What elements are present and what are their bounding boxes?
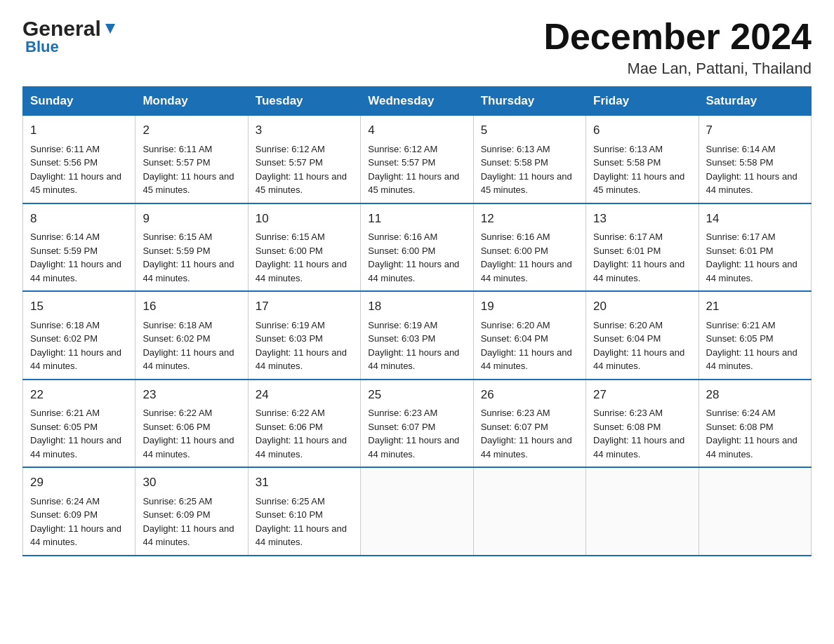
sunset-label: Sunset: 6:06 PM (256, 422, 323, 432)
daylight-label: Daylight: 11 hours and 45 minutes. (593, 171, 684, 196)
day-number: 11 (368, 210, 465, 228)
sunset-label: Sunset: 6:10 PM (256, 509, 323, 520)
daylight-label: Daylight: 11 hours and 45 minutes. (30, 171, 121, 196)
calendar-cell: 20 Sunrise: 6:20 AM Sunset: 6:04 PM Dayl… (586, 291, 699, 380)
sunrise-label: Sunrise: 6:19 AM (368, 320, 437, 330)
calendar-cell: 31 Sunrise: 6:25 AM Sunset: 6:10 PM Dayl… (248, 467, 360, 556)
sunrise-label: Sunrise: 6:23 AM (368, 408, 437, 418)
sunrise-label: Sunrise: 6:16 AM (368, 232, 437, 242)
sunrise-label: Sunrise: 6:15 AM (143, 232, 212, 242)
sunset-label: Sunset: 6:00 PM (481, 246, 548, 256)
daylight-label: Daylight: 11 hours and 45 minutes. (481, 171, 572, 196)
col-header-monday: Monday (135, 87, 248, 116)
day-number: 13 (593, 210, 691, 228)
sunset-label: Sunset: 5:57 PM (256, 157, 323, 168)
calendar-table: Sunday Monday Tuesday Wednesday Thursday… (22, 86, 812, 556)
sunset-label: Sunset: 5:57 PM (368, 157, 435, 168)
location: Mae Lan, Pattani, Thailand (543, 60, 812, 78)
logo-arrow-icon (102, 21, 118, 36)
day-number: 6 (593, 121, 691, 140)
calendar-cell: 15 Sunrise: 6:18 AM Sunset: 6:02 PM Dayl… (23, 291, 135, 380)
col-header-tuesday: Tuesday (248, 87, 360, 116)
day-number: 29 (30, 474, 128, 492)
col-header-thursday: Thursday (473, 87, 585, 116)
calendar-cell: 19 Sunrise: 6:20 AM Sunset: 6:04 PM Dayl… (473, 291, 585, 380)
calendar-cell: 22 Sunrise: 6:21 AM Sunset: 6:05 PM Dayl… (23, 380, 135, 468)
day-number: 3 (256, 121, 353, 140)
calendar-cell: 18 Sunrise: 6:19 AM Sunset: 6:03 PM Dayl… (361, 291, 473, 380)
sunrise-label: Sunrise: 6:14 AM (706, 144, 776, 154)
daylight-label: Daylight: 11 hours and 44 minutes. (481, 347, 572, 372)
sunset-label: Sunset: 5:57 PM (143, 157, 210, 168)
day-number: 31 (256, 474, 353, 492)
daylight-label: Daylight: 11 hours and 44 minutes. (256, 523, 347, 548)
sunset-label: Sunset: 5:58 PM (593, 157, 661, 168)
daylight-label: Daylight: 11 hours and 44 minutes. (368, 435, 459, 459)
sunrise-label: Sunrise: 6:25 AM (256, 496, 325, 507)
calendar-cell: 13 Sunrise: 6:17 AM Sunset: 6:01 PM Dayl… (586, 203, 699, 292)
daylight-label: Daylight: 11 hours and 44 minutes. (368, 347, 459, 372)
sunset-label: Sunset: 6:07 PM (481, 422, 548, 432)
calendar-cell: 5 Sunrise: 6:13 AM Sunset: 5:58 PM Dayli… (473, 116, 585, 203)
daylight-label: Daylight: 11 hours and 45 minutes. (368, 171, 459, 196)
calendar-cell: 9 Sunrise: 6:15 AM Sunset: 5:59 PM Dayli… (135, 203, 248, 292)
col-header-wednesday: Wednesday (361, 87, 473, 116)
sunrise-label: Sunrise: 6:17 AM (593, 232, 663, 242)
daylight-label: Daylight: 11 hours and 44 minutes. (30, 347, 121, 372)
calendar-cell: 2 Sunrise: 6:11 AM Sunset: 5:57 PM Dayli… (135, 116, 248, 203)
day-number: 9 (143, 210, 240, 228)
sunrise-label: Sunrise: 6:11 AM (143, 144, 212, 154)
sunset-label: Sunset: 6:09 PM (143, 509, 210, 520)
daylight-label: Daylight: 11 hours and 44 minutes. (30, 523, 121, 548)
day-number: 24 (256, 386, 353, 404)
col-header-sunday: Sunday (23, 87, 135, 116)
sunrise-label: Sunrise: 6:16 AM (481, 232, 550, 242)
calendar-cell: 21 Sunrise: 6:21 AM Sunset: 6:05 PM Dayl… (699, 291, 811, 380)
calendar-cell: 6 Sunrise: 6:13 AM Sunset: 5:58 PM Dayli… (586, 116, 699, 203)
sunrise-label: Sunrise: 6:21 AM (706, 320, 776, 330)
daylight-label: Daylight: 11 hours and 44 minutes. (593, 435, 684, 459)
col-header-friday: Friday (586, 87, 699, 116)
day-number: 23 (143, 386, 240, 404)
sunset-label: Sunset: 6:03 PM (256, 333, 323, 344)
sunset-label: Sunset: 6:06 PM (143, 422, 210, 432)
day-number: 4 (368, 121, 465, 140)
day-number: 26 (481, 386, 578, 404)
day-number: 15 (30, 297, 128, 316)
calendar-cell: 29 Sunrise: 6:24 AM Sunset: 6:09 PM Dayl… (23, 467, 135, 556)
calendar-cell: 1 Sunrise: 6:11 AM Sunset: 5:56 PM Dayli… (23, 116, 135, 203)
calendar-week-3: 15 Sunrise: 6:18 AM Sunset: 6:02 PM Dayl… (23, 291, 812, 380)
sunset-label: Sunset: 6:02 PM (30, 333, 98, 344)
calendar-cell (361, 467, 473, 556)
calendar-cell: 30 Sunrise: 6:25 AM Sunset: 6:09 PM Dayl… (135, 467, 248, 556)
calendar-cell: 26 Sunrise: 6:23 AM Sunset: 6:07 PM Dayl… (473, 380, 585, 468)
calendar-cell: 11 Sunrise: 6:16 AM Sunset: 6:00 PM Dayl… (361, 203, 473, 292)
day-number: 25 (368, 386, 465, 404)
sunset-label: Sunset: 6:03 PM (368, 333, 435, 344)
daylight-label: Daylight: 11 hours and 44 minutes. (593, 259, 684, 283)
day-number: 2 (143, 121, 240, 140)
sunrise-label: Sunrise: 6:24 AM (706, 408, 776, 418)
calendar-cell: 24 Sunrise: 6:22 AM Sunset: 6:06 PM Dayl… (248, 380, 360, 468)
sunrise-label: Sunrise: 6:19 AM (256, 320, 325, 330)
daylight-label: Daylight: 11 hours and 44 minutes. (593, 347, 684, 372)
calendar-cell: 16 Sunrise: 6:18 AM Sunset: 6:02 PM Dayl… (135, 291, 248, 380)
sunrise-label: Sunrise: 6:13 AM (481, 144, 550, 154)
sunrise-label: Sunrise: 6:22 AM (143, 408, 212, 418)
day-number: 8 (30, 210, 128, 228)
sunset-label: Sunset: 6:08 PM (706, 422, 774, 432)
page-header: General Blue December 2024 Mae Lan, Patt… (0, 0, 834, 86)
sunset-label: Sunset: 5:56 PM (30, 157, 98, 168)
sunset-label: Sunset: 6:09 PM (30, 509, 98, 520)
title-block: December 2024 Mae Lan, Pattani, Thailand (543, 17, 812, 78)
sunrise-label: Sunrise: 6:23 AM (593, 408, 663, 418)
sunrise-label: Sunrise: 6:15 AM (256, 232, 325, 242)
day-number: 14 (706, 210, 804, 228)
calendar-cell (699, 467, 811, 556)
sunrise-label: Sunrise: 6:17 AM (706, 232, 776, 242)
calendar-cell (586, 467, 699, 556)
sunset-label: Sunset: 6:00 PM (368, 246, 435, 256)
sunset-label: Sunset: 6:02 PM (143, 333, 210, 344)
day-number: 5 (481, 121, 578, 140)
calendar-cell: 3 Sunrise: 6:12 AM Sunset: 5:57 PM Dayli… (248, 116, 360, 203)
